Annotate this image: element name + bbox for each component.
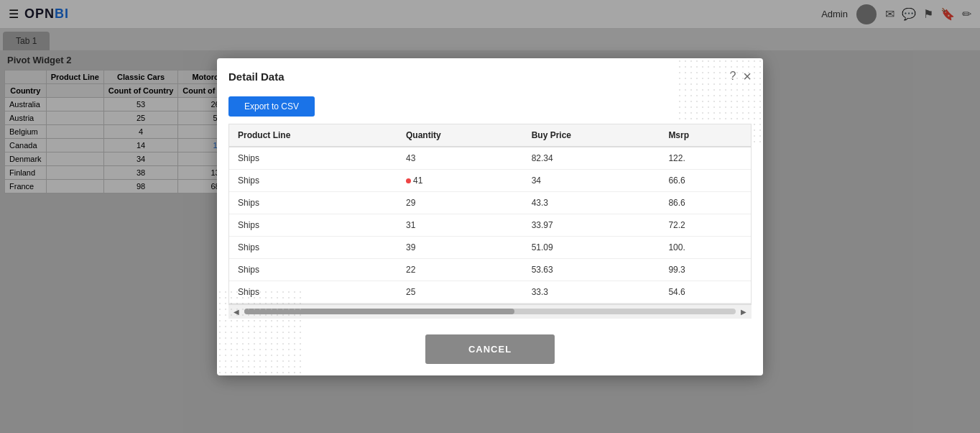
detail-msrp: 100.	[660, 236, 751, 258]
detail-row: Ships2533.354.6	[229, 281, 751, 303]
detail-modal: Detail Data ? × Export to CSV Product Li…	[217, 58, 763, 375]
detail-buy-price: 53.63	[523, 258, 660, 281]
detail-product-line: Ships	[229, 281, 397, 303]
detail-msrp: 54.6	[660, 281, 751, 303]
detail-buy-price: 33.3	[523, 281, 660, 303]
col-product-line: Product Line	[229, 124, 397, 147]
col-buy-price: Buy Price	[523, 124, 660, 147]
detail-table-wrapper[interactable]: Product Line Quantity Buy Price Msrp Shi…	[228, 124, 752, 304]
help-icon[interactable]: ?	[729, 70, 736, 83]
detail-row: Ships2943.386.6	[229, 191, 751, 214]
modal-header: Detail Data ? ×	[217, 58, 763, 91]
detail-buy-price: 33.97	[523, 214, 660, 236]
col-msrp: Msrp	[660, 124, 751, 147]
detail-msrp: 99.3	[660, 258, 751, 281]
detail-buy-price: 43.3	[523, 191, 660, 214]
detail-table-head: Product Line Quantity Buy Price Msrp	[229, 124, 751, 147]
modal-footer: CANCEL	[217, 324, 763, 375]
detail-msrp: 72.2	[660, 214, 751, 236]
detail-quantity: 41	[397, 169, 523, 191]
col-quantity: Quantity	[397, 124, 523, 147]
scroll-thumb[interactable]	[244, 309, 514, 314]
detail-quantity: 31	[397, 214, 523, 236]
detail-quantity: 22	[397, 258, 523, 281]
detail-product-line: Ships	[229, 214, 397, 236]
detail-msrp: 66.6	[660, 169, 751, 191]
close-icon[interactable]: ×	[743, 68, 752, 85]
detail-quantity: 29	[397, 191, 523, 214]
scroll-track[interactable]	[244, 309, 736, 314]
scroll-right-arrow[interactable]: ▶	[739, 306, 749, 317]
detail-product-line: Ships	[229, 147, 397, 170]
detail-buy-price: 51.09	[523, 236, 660, 258]
detail-product-line: Ships	[229, 169, 397, 191]
detail-product-line: Ships	[229, 236, 397, 258]
detail-quantity: 43	[397, 147, 523, 170]
detail-row: Ships4382.34122.	[229, 147, 751, 170]
modal-body: Export to CSV Product Line Quantity Buy …	[217, 91, 763, 324]
detail-table: Product Line Quantity Buy Price Msrp Shi…	[229, 124, 751, 304]
detail-table-body: Ships4382.34122.Ships413466.6Ships2943.3…	[229, 147, 751, 304]
detail-buy-price: 34	[523, 169, 660, 191]
dot-indicator	[406, 178, 411, 183]
modal-overlay: Detail Data ? × Export to CSV Product Li…	[0, 0, 980, 433]
export-csv-button[interactable]: Export to CSV	[228, 96, 315, 117]
modal-title: Detail Data	[228, 70, 285, 83]
detail-row: Ships2253.6399.3	[229, 258, 751, 281]
detail-quantity: 25	[397, 281, 523, 303]
detail-product-line: Ships	[229, 258, 397, 281]
detail-row: Ships3133.9772.2	[229, 214, 751, 236]
detail-msrp: 122.	[660, 147, 751, 170]
modal-header-icons: ? ×	[729, 68, 752, 85]
detail-msrp: 86.6	[660, 191, 751, 214]
detail-product-line: Ships	[229, 191, 397, 214]
horizontal-scrollbar[interactable]: ◀ ▶	[228, 304, 752, 319]
detail-row: Ships413466.6	[229, 169, 751, 191]
detail-buy-price: 82.34	[523, 147, 660, 170]
detail-row: Ships3951.09100.	[229, 236, 751, 258]
detail-quantity: 39	[397, 236, 523, 258]
scroll-left-arrow[interactable]: ◀	[231, 306, 241, 317]
cancel-button[interactable]: CANCEL	[425, 334, 555, 364]
